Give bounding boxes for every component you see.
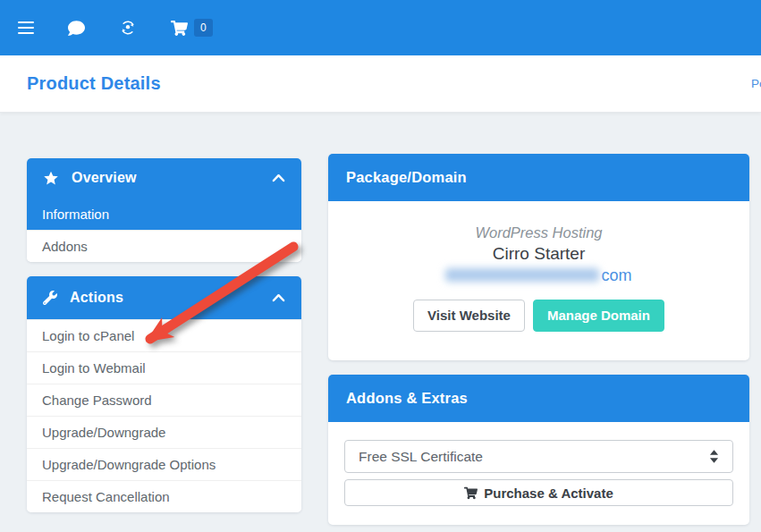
package-domain-title: Package/Domain xyxy=(346,169,731,186)
action-item-upgrade-downgrade-options[interactable]: Upgrade/Downgrade Options xyxy=(27,448,301,480)
package-domain-body: WordPress Hosting Cirro Starter com Visi… xyxy=(328,201,749,360)
cart-count-badge: 0 xyxy=(194,19,213,37)
overview-panel-title: Overview xyxy=(72,170,259,186)
product-name: Cirro Starter xyxy=(346,244,731,264)
top-navbar: 0 xyxy=(0,0,761,55)
actions-panel-title: Actions xyxy=(70,290,259,306)
addon-select[interactable]: Free SSL Certificate xyxy=(344,440,733,473)
main-content: Overview Information Addons Actions Logi… xyxy=(0,113,761,525)
cart-icon xyxy=(464,486,478,500)
manage-domain-button[interactable]: Manage Domain xyxy=(533,300,664,332)
package-domain-panel: Package/Domain WordPress Hosting Cirro S… xyxy=(328,154,749,360)
action-item-change-password[interactable]: Change Password xyxy=(27,384,301,416)
cart-button[interactable]: 0 xyxy=(171,19,213,37)
sidebar-item-addons[interactable]: Addons xyxy=(27,230,301,262)
domain-suffix: com xyxy=(601,266,631,284)
addon-select-value: Free SSL Certificate xyxy=(359,449,709,465)
addons-extras-title: Addons & Extras xyxy=(346,390,731,407)
purchase-activate-label: Purchase & Activate xyxy=(484,486,613,501)
action-item-request-cancellation[interactable]: Request Cancellation xyxy=(27,480,301,512)
product-group: WordPress Hosting xyxy=(346,224,731,241)
action-item-login-cpanel[interactable]: Login to cPanel xyxy=(27,319,301,351)
actions-panel-header[interactable]: Actions xyxy=(27,276,301,319)
domain-link[interactable]: com xyxy=(346,266,731,285)
detail-column: Package/Domain WordPress Hosting Cirro S… xyxy=(328,154,749,525)
star-icon xyxy=(43,171,59,186)
page-title: Product Details xyxy=(27,73,161,94)
overview-panel-header[interactable]: Overview xyxy=(27,158,301,198)
cart-icon xyxy=(171,20,188,37)
menu-icon[interactable] xyxy=(18,21,34,35)
addons-extras-panel: Addons & Extras Free SSL Certificate Pur… xyxy=(328,375,749,525)
visit-website-button[interactable]: Visit Website xyxy=(413,300,525,332)
page-header: Product Details Po xyxy=(0,55,761,113)
breadcrumb[interactable]: Po xyxy=(751,77,761,90)
addons-extras-header: Addons & Extras xyxy=(328,375,749,422)
account-switch-icon[interactable] xyxy=(119,19,137,37)
actions-panel: Actions Login to cPanel Login to Webmail… xyxy=(27,276,301,512)
overview-panel: Overview Information Addons xyxy=(27,158,301,262)
chevron-up-icon xyxy=(272,173,285,182)
sort-arrows-icon xyxy=(709,450,719,463)
action-item-upgrade-downgrade[interactable]: Upgrade/Downgrade xyxy=(27,416,301,448)
domain-redacted-blur xyxy=(445,268,599,282)
addons-extras-body: Free SSL Certificate Purchase & Activate xyxy=(328,422,749,525)
chevron-up-icon xyxy=(272,293,285,302)
action-item-login-webmail[interactable]: Login to Webmail xyxy=(27,351,301,384)
package-domain-header: Package/Domain xyxy=(328,154,749,201)
sidebar-item-information[interactable]: Information xyxy=(27,198,301,230)
chat-icon[interactable] xyxy=(68,20,85,37)
wrench-icon xyxy=(43,291,57,305)
purchase-activate-button[interactable]: Purchase & Activate xyxy=(344,479,733,506)
sidebar: Overview Information Addons Actions Logi… xyxy=(27,158,301,512)
